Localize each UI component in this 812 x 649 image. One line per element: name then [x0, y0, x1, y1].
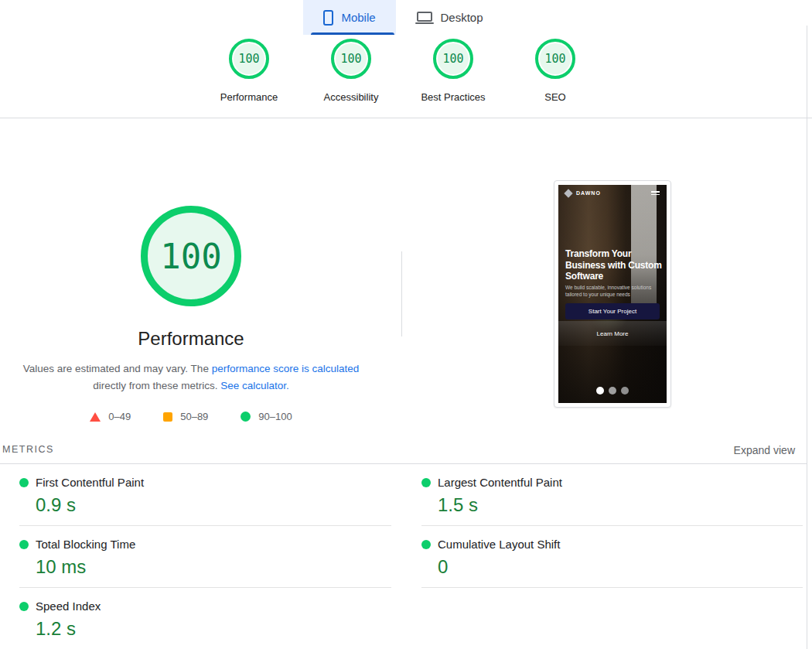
legend-average: 50–89	[163, 411, 208, 422]
score-disclaimer: Values are estimated and may vary. The p…	[21, 360, 361, 395]
score-value: 100	[544, 52, 565, 66]
mobile-phone-icon	[323, 10, 333, 26]
metric-speed-index: Speed Index 1.2 s	[19, 588, 391, 649]
category-gauge-performance[interactable]: 100 Performance	[201, 39, 297, 103]
category-gauge-accessibility[interactable]: 100 Accessibility	[303, 39, 399, 103]
expand-view-button[interactable]: Expand view	[734, 444, 795, 456]
metric-name: Speed Index	[36, 599, 101, 613]
pass-dot-icon	[19, 478, 29, 487]
score-value: 100	[442, 52, 463, 66]
carousel-dot-active	[596, 387, 604, 395]
start-project-button: Start Your Project	[565, 303, 660, 319]
pass-dot-icon	[421, 540, 431, 549]
carousel-dot	[621, 387, 629, 395]
page-screenshot-thumbnail[interactable]: DAWNO Transform Your Business with Custo…	[554, 180, 671, 408]
pass-dot-icon	[19, 602, 29, 611]
carousel-dots	[558, 387, 667, 395]
performance-gauge[interactable]: 100	[141, 206, 241, 306]
metric-total-blocking-time: Total Blocking Time 10 ms	[19, 526, 391, 588]
pass-dot-icon	[19, 540, 29, 549]
vertical-divider	[401, 251, 402, 336]
site-headline: Transform Your Business with Custom Soft…	[565, 248, 666, 282]
category-label: Performance	[201, 91, 297, 103]
disclaimer-text: Values are estimated and may vary. The	[23, 363, 212, 374]
tab-mobile[interactable]: Mobile	[303, 0, 396, 35]
pass-circle-icon	[241, 412, 251, 422]
performance-score: 100	[160, 237, 221, 276]
metric-name: Total Blocking Time	[36, 538, 135, 551]
fail-triangle-icon	[90, 412, 101, 422]
card-right-border	[807, 26, 807, 649]
score-ring: 100	[433, 39, 473, 79]
metric-name: First Contentful Paint	[36, 476, 144, 489]
brand-name: DAWNO	[576, 190, 601, 196]
tab-desktop-label: Desktop	[440, 11, 483, 24]
category-gauge-seo[interactable]: 100 SEO	[507, 39, 603, 103]
disclaimer-text: directly from these metrics.	[93, 380, 220, 391]
calculation-link[interactable]: performance score is calculated	[212, 363, 360, 374]
score-value: 100	[238, 52, 259, 66]
metric-name: Largest Contentful Paint	[438, 476, 562, 489]
score-ring: 100	[535, 39, 575, 79]
device-tabbar: Mobile Desktop	[0, 0, 812, 35]
learn-more-button: Learn More	[565, 326, 660, 341]
metric-name: Cumulative Layout Shift	[438, 538, 560, 551]
metric-first-contentful-paint: First Contentful Paint 0.9 s	[19, 464, 391, 526]
tab-desktop[interactable]: Desktop	[404, 0, 496, 35]
metric-largest-contentful-paint: Largest Contentful Paint 1.5 s	[421, 464, 803, 526]
legend-pass: 90–100	[241, 411, 292, 422]
score-legend: 0–49 50–89 90–100	[0, 411, 382, 422]
pass-dot-icon	[421, 478, 431, 487]
brand-diamond-icon	[564, 189, 572, 197]
site-subtext: We build scalable, innovative solutions …	[565, 284, 661, 298]
legend-range: 90–100	[258, 411, 292, 422]
hamburger-menu-icon	[651, 190, 660, 196]
site-topbar: DAWNO	[558, 190, 667, 196]
score-value: 100	[340, 52, 361, 66]
carousel-dot	[609, 387, 616, 395]
header-divider	[0, 118, 812, 118]
metrics-section-heading: METRICS	[2, 444, 54, 455]
performance-title: Performance	[36, 328, 346, 350]
screenshot-image: DAWNO Transform Your Business with Custo…	[558, 185, 667, 403]
score-ring: 100	[331, 39, 371, 79]
score-ring: 100	[229, 39, 269, 79]
desktop-laptop-icon	[417, 12, 432, 22]
legend-fail: 0–49	[90, 411, 131, 422]
category-label: SEO	[507, 91, 603, 103]
metric-value: 1.2 s	[36, 618, 391, 640]
tab-mobile-label: Mobile	[341, 11, 375, 24]
legend-range: 0–49	[108, 411, 131, 422]
category-gauge-best-practices[interactable]: 100 Best Practices	[405, 39, 501, 103]
metric-value: 10 ms	[36, 556, 391, 578]
metric-value: 1.5 s	[438, 494, 803, 516]
category-label: Accessibility	[303, 91, 399, 103]
category-label: Best Practices	[405, 91, 501, 103]
metric-value: 0.9 s	[36, 494, 391, 516]
metric-value: 0	[438, 556, 803, 578]
metric-cumulative-layout-shift: Cumulative Layout Shift 0	[421, 526, 803, 588]
see-calculator-link[interactable]: See calculator.	[220, 380, 289, 391]
average-square-icon	[163, 412, 172, 422]
legend-range: 50–89	[180, 411, 208, 422]
